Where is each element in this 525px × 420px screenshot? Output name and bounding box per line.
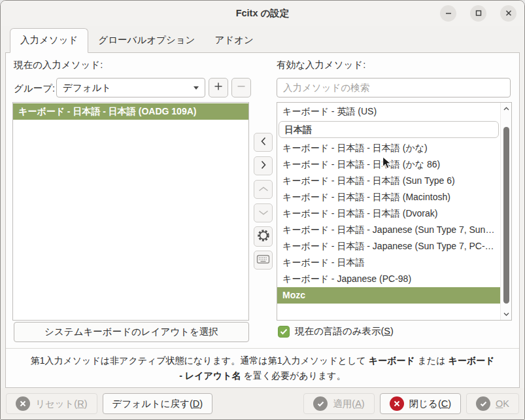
list-item[interactable]: キーボード - 日本語 - 日本語 (かな 86) [277, 156, 500, 173]
list-item[interactable]: キーボード - 日本語 - 日本語 (OADG 109A) [13, 103, 248, 120]
tab-input-method[interactable]: 入力メソッド [10, 28, 88, 53]
chevron-down-icon [258, 207, 269, 219]
restore-defaults-button[interactable]: デフォルトに戻す(D) [103, 393, 213, 414]
plus-icon [214, 82, 223, 94]
tab-content: 現在の入力メソッド: グループ: デフォルト キーボード - 日本語 - 日本語… [5, 52, 520, 388]
gear-icon [256, 228, 271, 245]
scrollbar-thumb[interactable] [503, 127, 509, 304]
list-item[interactable]: キーボード - 日本語 - 日本語 (かな) [277, 140, 500, 156]
chevron-up-icon [258, 184, 269, 196]
ok-button[interactable]: OK [466, 393, 519, 414]
reset-cross-icon [16, 396, 30, 411]
move-left-button[interactable] [254, 133, 273, 152]
minus-icon [237, 82, 246, 94]
info-text: 第1入力メソッドは非アクティブ状態になります。通常は第1入力メソッドとして キー… [28, 353, 497, 383]
tab-strip: 入力メソッド グローバルオプション アドオン [1, 26, 524, 52]
keyboard-layout-button[interactable] [254, 251, 273, 270]
show-current-language-row: 現在の言語のみ表示(S) [278, 325, 394, 338]
minimize-button[interactable] [440, 5, 456, 22]
close-cross-icon [390, 396, 404, 411]
list-item[interactable]: キーボード - 日本語 - 日本語 (Dvorak) [277, 205, 500, 222]
list-item[interactable]: 日本語 [279, 121, 499, 138]
chevron-right-icon [259, 160, 268, 173]
minimize-icon [445, 8, 452, 20]
chevron-left-icon [259, 136, 268, 149]
scroll-up-icon[interactable] [503, 105, 510, 112]
ok-check-icon [476, 396, 490, 411]
list-item[interactable]: キーボード - 日本語 - 日本語 (Sun Type 6) [277, 173, 500, 189]
list-item[interactable]: キーボード - 日本語 - 日本語 (Macintosh) [277, 189, 500, 205]
move-right-button[interactable] [254, 156, 273, 175]
add-group-button[interactable] [209, 78, 228, 97]
apply-button[interactable]: 適用(A) [303, 393, 374, 414]
current-input-method-rows: キーボード - 日本語 - 日本語 (OADG 109A) [13, 103, 248, 120]
window-title: Fcitx の設定 [236, 7, 290, 20]
fcitx-config-window: Fcitx の設定 入力メソッド グローバルオプション アドオン 現在の入力メソ… [0, 0, 525, 420]
check-icon [280, 326, 288, 337]
configure-button[interactable] [254, 226, 273, 247]
enabled-input-method-rows: キーボード - 英語 (US)日本語キーボード - 日本語 - 日本語 (かな)… [277, 103, 500, 304]
enabled-input-method-list[interactable]: キーボード - 英語 (US)日本語キーボード - 日本語 - 日本語 (かな)… [277, 102, 512, 321]
remove-group-button[interactable] [231, 78, 251, 97]
list-item[interactable]: キーボード - 英語 (US) [277, 103, 500, 120]
move-up-button[interactable] [254, 180, 273, 199]
maximize-button[interactable] [470, 5, 486, 22]
close-dialog-button[interactable]: 閉じる(C) [380, 393, 461, 414]
keyboard-icon [256, 254, 270, 267]
tab-addons[interactable]: アドオン [205, 29, 263, 52]
reset-button[interactable]: リセット(R) [6, 393, 97, 414]
window-controls [426, 5, 517, 22]
checkbox-label: 現在の言語のみ表示(S) [295, 325, 394, 338]
current-input-method-heading: 現在の入力メソッド: [14, 59, 103, 71]
list-item[interactable]: キーボード - Japanese (PC-98) [277, 271, 500, 287]
apply-check-icon [313, 396, 328, 411]
close-icon [505, 8, 513, 20]
enabled-input-method-heading: 有効な入力メソッド: [277, 59, 365, 71]
list-item[interactable]: キーボード - 日本語 - Japanese (Sun Type 7, PC-… [277, 238, 500, 254]
maximize-icon [475, 8, 483, 20]
select-system-keyboard-layout-button[interactable]: システムキーボードのレイアウトを選択 [14, 322, 249, 342]
divider [6, 348, 519, 349]
tab-global-options[interactable]: グローバルオプション [88, 29, 205, 52]
move-down-button[interactable] [254, 203, 273, 222]
scroll-down-icon[interactable] [503, 311, 510, 317]
show-current-language-checkbox[interactable] [278, 326, 290, 338]
list-item[interactable]: キーボード - 日本語 - Japanese (Sun Type 7, Sun… [277, 222, 500, 238]
group-dropdown-value: デフォルト [63, 82, 111, 94]
list-item[interactable]: キーボード - 日本語 [277, 254, 500, 271]
current-input-method-list[interactable]: キーボード - 日本語 - 日本語 (OADG 109A) [12, 102, 249, 321]
close-button[interactable] [500, 5, 517, 22]
group-dropdown[interactable]: デフォルト [56, 78, 205, 97]
dialog-button-bar: リセット(R) デフォルトに戻す(D) 適用(A) 閉じる(C) OK [1, 388, 524, 419]
titlebar[interactable]: Fcitx の設定 [1, 1, 524, 26]
group-label: グループ: [14, 82, 55, 95]
scrollbar[interactable] [500, 103, 511, 320]
search-input[interactable] [277, 78, 511, 97]
chevron-down-icon [194, 86, 199, 90]
list-item[interactable]: Mozc [277, 287, 500, 304]
